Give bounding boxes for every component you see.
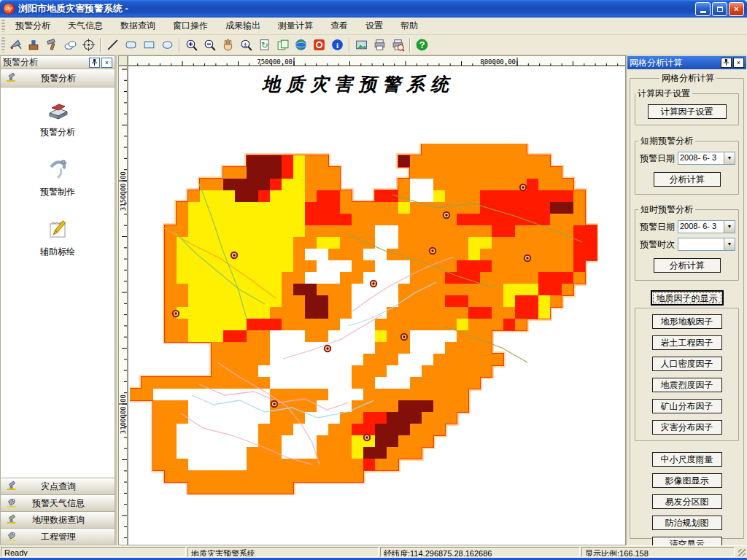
display-button-3[interactable]: 易发分区图: [652, 494, 722, 509]
short-term-date-select[interactable]: 2008- 6- 3 ▼: [678, 152, 735, 165]
zoom-in-icon[interactable]: [183, 36, 200, 53]
chevron-down-icon[interactable]: ▼: [724, 152, 735, 164]
left-panel-header: 预警分析 ×: [0, 55, 115, 69]
globe-icon[interactable]: [293, 36, 309, 53]
image-icon[interactable]: [353, 36, 370, 53]
zoom-out-icon[interactable]: [201, 36, 218, 53]
menu-item-6[interactable]: 测量计算: [269, 18, 322, 34]
short-time-date-select[interactable]: 2008- 6- 3 ▼: [678, 220, 735, 233]
close-icon[interactable]: ×: [733, 58, 744, 68]
status-map-name: 地质灾害预警系统: [187, 547, 379, 557]
status-coordinates: 经纬度:114.296875,28.162686: [380, 547, 580, 557]
pan-icon[interactable]: [220, 36, 236, 53]
menu-item-2[interactable]: 天气信息: [59, 18, 112, 34]
map-canvas[interactable]: 地质灾害预警系统: [128, 66, 626, 545]
town-marker-6[interactable]: [525, 255, 530, 261]
town-marker-5[interactable]: [430, 248, 436, 254]
pin-icon[interactable]: [721, 58, 732, 68]
short-time-hour-select[interactable]: ▼: [678, 238, 735, 251]
hand-icon: [5, 497, 18, 510]
town-marker-11[interactable]: [364, 435, 370, 440]
target-icon[interactable]: [80, 36, 97, 53]
short-time-legend: 短时预警分析: [638, 203, 695, 216]
short-time-analyze-button[interactable]: 分析计算: [654, 258, 721, 273]
left-panel-title: 预警分析: [3, 56, 88, 69]
hazard-warning-map[interactable]: [130, 144, 598, 495]
menubar-grip[interactable]: [1, 20, 5, 32]
section-bar-1[interactable]: 灾点查询: [0, 478, 115, 495]
factor-button-5[interactable]: 矿山分布因子: [652, 399, 722, 413]
section-warning-analysis[interactable]: 预警分析: [0, 69, 115, 88]
menu-item-3[interactable]: 数据查询: [112, 18, 164, 34]
menu-item-7[interactable]: 查看: [322, 18, 357, 34]
grid-analysis-group: 网格分析计算 计算因子设置 计算因子设置 短期预警分析 预警日期 2008- 6…: [630, 72, 744, 539]
window-title: 浏阳市地质灾害预警系统 -: [18, 2, 695, 15]
town-marker-10[interactable]: [271, 401, 277, 407]
display-button-1[interactable]: 中小尺度雨量: [652, 452, 722, 467]
svg-text:i: i: [336, 42, 338, 50]
svg-text:↻: ↻: [261, 40, 268, 50]
cloud-icon[interactable]: [62, 36, 79, 53]
minimize-button[interactable]: [695, 2, 711, 16]
menu-item-9[interactable]: 帮助: [392, 18, 427, 34]
copy-icon[interactable]: [274, 36, 291, 53]
restore-button[interactable]: [712, 2, 727, 16]
pin-icon[interactable]: [89, 58, 100, 68]
short-term-analyze-button[interactable]: 分析计算: [654, 172, 721, 187]
toolbar-grip[interactable]: [1, 37, 5, 52]
town-marker-3[interactable]: [520, 184, 526, 190]
town-marker-4[interactable]: [444, 212, 449, 218]
factor-button-1[interactable]: 地形地貌因子: [652, 314, 722, 329]
print-preview-icon[interactable]: [390, 36, 406, 53]
chevron-down-icon[interactable]: ▼: [724, 238, 735, 250]
menu-item-5[interactable]: 成果输出: [217, 18, 269, 34]
section-bar-3[interactable]: 地理数据查询: [0, 512, 115, 529]
line-tool-icon[interactable]: [104, 36, 121, 53]
section-bar-2[interactable]: 预警天气信息: [0, 495, 115, 512]
menu-item-8[interactable]: 设置: [357, 18, 392, 34]
factor-button-6[interactable]: 灾害分布因子: [652, 420, 722, 435]
chevron-down-icon[interactable]: ▼: [724, 221, 735, 233]
display-button-4[interactable]: 防治规划图: [652, 516, 722, 530]
refresh-icon[interactable]: ↻: [256, 36, 273, 53]
info-icon[interactable]: i: [329, 36, 346, 53]
factor-setup-group: 计算因子设置 计算因子设置: [635, 88, 739, 125]
town-marker-2[interactable]: [173, 311, 179, 316]
antenna-icon[interactable]: [7, 36, 24, 53]
town-marker-8[interactable]: [401, 334, 407, 340]
town-marker-9[interactable]: [325, 346, 330, 351]
close-icon[interactable]: ×: [101, 58, 112, 68]
roundrect-tool-icon[interactable]: [123, 36, 139, 53]
make-icon: [45, 158, 70, 184]
tool-item-1[interactable]: 预警分析: [1, 98, 115, 139]
section-bar-label: 工程管理: [21, 531, 115, 543]
print-icon[interactable]: [371, 36, 388, 53]
menu-item-4[interactable]: 窗口操作: [164, 18, 217, 34]
paint-icon[interactable]: [26, 36, 42, 53]
close-button[interactable]: ×: [729, 2, 744, 16]
zoom-extent-icon[interactable]: ±: [238, 36, 255, 53]
town-marker-1[interactable]: [231, 252, 237, 258]
display-button-5[interactable]: 清空显示: [652, 537, 722, 545]
help-icon[interactable]: ?: [414, 36, 430, 53]
rect-tool-icon[interactable]: [141, 36, 158, 53]
factor-button-4[interactable]: 地震烈度因子: [652, 378, 722, 392]
town-marker-7[interactable]: [371, 281, 376, 287]
toolbar: ±↻i?: [0, 35, 747, 55]
tool-item-2[interactable]: 预警制作: [1, 158, 115, 198]
factor-button-3[interactable]: 人口密度因子: [652, 357, 722, 371]
display-button-2[interactable]: 影像图显示: [652, 473, 722, 488]
ellipse-tool-icon[interactable]: [159, 36, 176, 53]
factor-setup-button[interactable]: 计算因子设置: [648, 104, 727, 119]
geo-factor-display-button[interactable]: 地质因子的显示: [651, 290, 724, 306]
toolbar-separator: [179, 38, 180, 52]
factor-button-2[interactable]: 岩土工程因子: [652, 335, 722, 350]
svg-text:3100000.00: 3100000.00: [120, 394, 127, 434]
section-bar-4[interactable]: 工程管理: [0, 529, 115, 545]
resize-grip[interactable]: [735, 546, 747, 558]
hammer-icon[interactable]: [44, 36, 61, 53]
menu-item-1[interactable]: 预警分析: [7, 18, 59, 34]
stop-icon[interactable]: [311, 36, 328, 53]
tool-item-3[interactable]: 辅助标绘: [1, 217, 115, 258]
short-time-group: 短时预警分析 预警日期 2008- 6- 3 ▼ 预警时次 ▼: [635, 203, 739, 281]
